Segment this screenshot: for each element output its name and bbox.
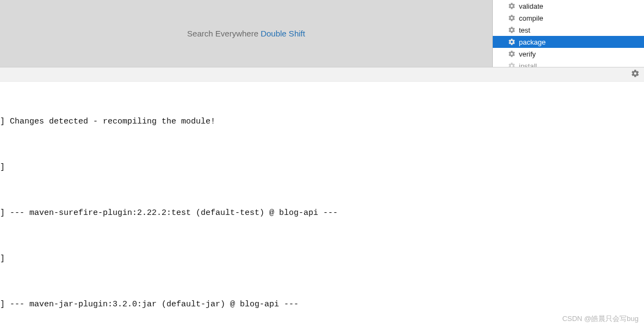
maven-goal-package[interactable]: package — [493, 36, 644, 48]
gear-icon — [508, 26, 516, 34]
console-line: FO] --- maven-surefire-plugin:2.22.2:tes… — [0, 206, 644, 221]
top-row: Search Everywhere Double Shift validate … — [0, 0, 644, 67]
build-output-console[interactable]: FO] Changes detected - recompiling the m… — [0, 82, 644, 327]
gear-icon — [508, 38, 516, 46]
gear-icon — [508, 50, 516, 58]
gear-icon — [508, 62, 516, 67]
maven-goal-install[interactable]: install — [493, 60, 644, 67]
maven-goal-label: package — [519, 38, 546, 46]
maven-goal-label: install — [519, 62, 537, 67]
console-line: FO] — [0, 251, 644, 267]
search-hint-label: Search Everywhere — [187, 29, 261, 38]
search-hint-shortcut: Double Shift — [261, 29, 305, 38]
maven-goal-compile[interactable]: compile — [493, 12, 644, 24]
gear-icon — [508, 14, 516, 22]
settings-gear-icon[interactable] — [631, 69, 640, 79]
maven-goal-validate[interactable]: validate — [493, 0, 644, 12]
console-toolbar — [0, 67, 644, 82]
console-line: FO] — [0, 160, 644, 175]
search-everywhere-hint: Search Everywhere Double Shift — [187, 29, 305, 38]
console-line: FO] Changes detected - recompiling the m… — [0, 114, 644, 129]
maven-goal-label: validate — [519, 2, 543, 10]
maven-lifecycle-panel: validate compile test package verify ins… — [493, 0, 644, 67]
maven-goal-label: verify — [519, 50, 536, 58]
maven-goal-label: test — [519, 26, 530, 34]
gear-icon — [508, 2, 516, 10]
watermark: CSDN @皓晨只会写bug — [562, 314, 639, 324]
maven-goal-label: compile — [519, 14, 543, 22]
console-line: FO] --- maven-jar-plugin:3.2.0:jar (defa… — [0, 297, 644, 312]
editor-empty-area: Search Everywhere Double Shift — [0, 0, 493, 67]
maven-goal-verify[interactable]: verify — [493, 48, 644, 60]
maven-goal-test[interactable]: test — [493, 24, 644, 36]
